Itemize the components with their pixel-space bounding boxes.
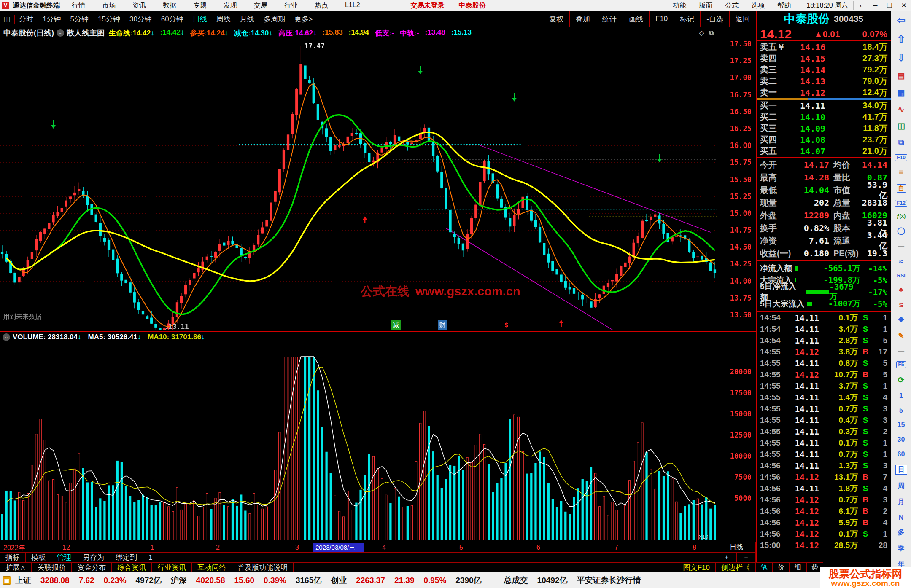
menu-right-item-0[interactable]: 功能	[673, 1, 686, 10]
status-bar-icon[interactable]: ▣	[3, 576, 11, 585]
tick-tab-0[interactable]: 笔	[756, 562, 773, 572]
hot-icon[interactable]: ♣	[899, 286, 903, 294]
tick-row[interactable]: 14:5414.113.4万S1	[757, 323, 891, 335]
menu-item-7[interactable]: 行业	[284, 1, 298, 10]
indicator-tab-2[interactable]: 管理	[51, 553, 77, 562]
tick-row[interactable]: 14:5614.111.8万S4	[757, 483, 891, 494]
close-button[interactable]: ✕	[897, 2, 911, 9]
menu-right-item-2[interactable]: 公式	[725, 1, 739, 10]
wave-icon[interactable]: ≈	[899, 257, 903, 266]
multi-page-icon[interactable]: ⧉	[898, 138, 904, 147]
strip-period-month[interactable]: 月	[898, 498, 905, 507]
menu-item-5[interactable]: 发现	[224, 1, 237, 10]
period-tab-10[interactable]: 更多>	[294, 14, 313, 24]
strip-period-day[interactable]: 日	[895, 465, 907, 475]
info-tab-2[interactable]: 资金分布	[72, 563, 112, 572]
tick-row[interactable]: 14:5514.110.7万S3	[757, 403, 891, 414]
strip-period-quarter[interactable]: 季	[898, 544, 905, 553]
page-down-icon[interactable]: ⇩	[897, 52, 905, 64]
f10-icon[interactable]: F10	[895, 154, 907, 161]
period-tab-5[interactable]: 60分钟	[161, 14, 183, 24]
indicator-tab-5[interactable]: 1	[143, 553, 158, 562]
strip-period-30[interactable]: 30	[898, 436, 905, 443]
toolbar-button-2[interactable]: 统计	[596, 11, 623, 27]
strip-period-n[interactable]: N	[899, 514, 904, 521]
tick-row[interactable]: 14:5614.126.1万B2	[757, 505, 891, 517]
tick-row[interactable]: 14:5614.1213.1万B7	[757, 471, 891, 483]
tick-row[interactable]: 14:5514.123.8万B17	[757, 346, 891, 357]
toolbar-button-3[interactable]: 画线	[623, 11, 649, 27]
period-tab-7[interactable]: 周线	[216, 14, 231, 24]
zoom-out-button[interactable]: −	[736, 552, 756, 562]
minimize-button[interactable]: ─	[868, 2, 882, 9]
refresh-icon[interactable]: ⟳	[898, 375, 905, 385]
indicator-name[interactable]: 散人线主图	[67, 28, 105, 38]
menu-item-0[interactable]: 行情	[72, 1, 85, 10]
menu-right-item-3[interactable]: 选项	[751, 1, 765, 10]
tick-row[interactable]: 14:5614.120.1万S1	[757, 528, 891, 540]
tick-row[interactable]: 14:5514.110.4万S3	[757, 414, 891, 426]
collapse-indicator-icon[interactable]: ⌄	[57, 29, 64, 37]
period-tab-3[interactable]: 15分钟	[98, 14, 120, 24]
menu-right-item-4[interactable]: 帮助	[777, 1, 791, 10]
toolbar-button-4[interactable]: F10	[649, 11, 674, 27]
diamond-icon[interactable]: ◇	[699, 29, 704, 37]
indicator-tab-1[interactable]: 模板	[26, 553, 51, 562]
chart-right-tab-1[interactable]: 侧边栏《	[716, 563, 756, 572]
tick-row[interactable]: 14:5514.113.7万S1	[757, 380, 891, 392]
tree-diagram-icon[interactable]: ≡	[899, 168, 903, 177]
menu-item-6[interactable]: 交易	[254, 1, 267, 10]
period-label[interactable]: 日线	[717, 542, 756, 552]
current-stock-label[interactable]: 中泰股份	[459, 1, 486, 10]
collapse-volume-icon[interactable]: ⌄	[3, 333, 10, 341]
toolbar-button-0[interactable]: 复权	[543, 11, 569, 27]
formula-icon[interactable]: ƒ(x)	[897, 213, 906, 219]
strip-period-1[interactable]: 1	[899, 392, 903, 400]
rsi-icon[interactable]: RSI	[897, 273, 905, 279]
info-tab-4[interactable]: 行业资讯	[152, 563, 192, 572]
info-tab-5[interactable]: 互动问答	[192, 563, 232, 572]
restore-button[interactable]: ❐	[882, 2, 897, 9]
indicator-tab-0[interactable]: 指标	[0, 553, 26, 562]
trend-line-icon[interactable]: ∿	[898, 105, 905, 114]
period-tab-1[interactable]: 1分钟	[43, 14, 61, 24]
kline-icon[interactable]: ◫	[898, 121, 905, 131]
strip-period-15[interactable]: 15	[898, 421, 905, 429]
info-tab-3[interactable]: 综合资讯	[112, 563, 152, 572]
tick-tab-2[interactable]: 细	[790, 562, 806, 572]
menu-item-3[interactable]: 数据	[163, 1, 176, 10]
f12-icon[interactable]: F12	[895, 200, 907, 207]
page-up-icon[interactable]: ⇧	[897, 33, 905, 45]
tick-row[interactable]: 15:0014.1228.5万28	[757, 540, 891, 551]
period-tab-4[interactable]: 30分钟	[129, 14, 152, 24]
strip-period-5[interactable]: 5	[899, 407, 903, 414]
tick-row[interactable]: 14:5514.110.7万S1	[757, 448, 891, 460]
move-icon[interactable]: ✥	[898, 315, 904, 324]
back-button[interactable]: ‹	[854, 2, 868, 9]
period-tab-9[interactable]: 多周期	[264, 14, 285, 24]
tick-row[interactable]: 14:5614.125.9万B4	[757, 517, 891, 528]
menu-item-4[interactable]: 专题	[193, 1, 207, 10]
tick-tab-1[interactable]: 价	[773, 562, 790, 572]
s-marker-icon[interactable]: S	[899, 301, 903, 309]
menu-right-item-1[interactable]: 版面	[699, 1, 712, 10]
toolbar-button-6[interactable]: -自选	[700, 11, 729, 27]
info-tab-6[interactable]: 普及版功能说明	[232, 563, 294, 572]
tick-row[interactable]: 14:5614.120.7万B3	[757, 494, 891, 505]
tick-row[interactable]: 14:5514.110.1万S1	[757, 437, 891, 448]
tick-row[interactable]: 14:5614.111.3万S3	[757, 460, 891, 471]
period-tab-8[interactable]: 月线	[240, 14, 254, 24]
strip-period-60[interactable]: 60	[898, 451, 905, 458]
info-tab-1[interactable]: 关联报价	[32, 563, 72, 572]
collapse-panel-icon[interactable]: ◫	[3, 15, 15, 24]
info-tab-0[interactable]: 扩展∧	[0, 563, 32, 572]
period-tab-0[interactable]: 分时	[19, 14, 33, 24]
strip-period-multi[interactable]: 多	[898, 528, 905, 537]
indicator-tab-4[interactable]: 绑定到	[110, 553, 143, 562]
custom-stock-icon[interactable]: 自	[897, 184, 906, 193]
menu-item-9[interactable]: L1L2	[345, 1, 360, 10]
trade-login-status[interactable]: 交易未登录	[411, 1, 445, 10]
report-icon[interactable]: ▤	[898, 71, 905, 81]
indicator-tab-3[interactable]: 另存为	[77, 553, 110, 562]
tick-list[interactable]: 14:5414.110.1万S114:5414.113.4万S114:5414.…	[757, 312, 891, 551]
